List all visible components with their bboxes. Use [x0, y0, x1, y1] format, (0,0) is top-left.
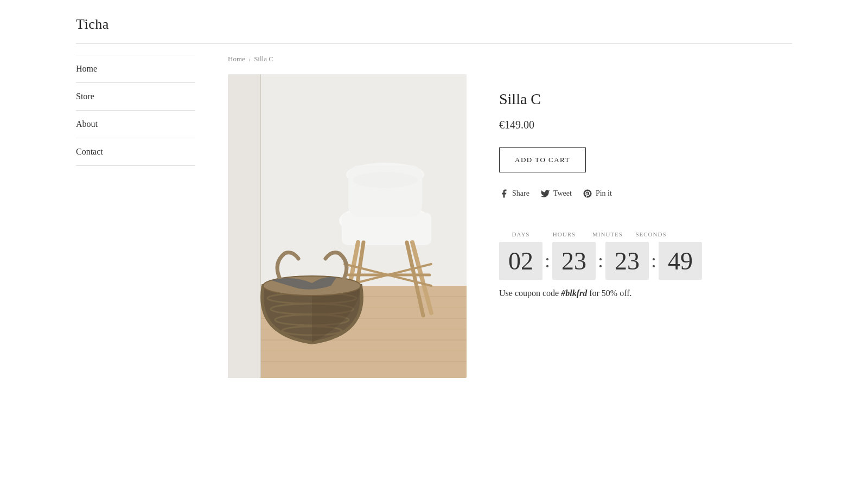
product-image-container [228, 74, 467, 378]
sidebar-item-home[interactable]: Home [76, 55, 195, 83]
colon-2: : [596, 251, 605, 271]
seconds-label: SECONDS [629, 231, 673, 237]
sidebar-item-store[interactable]: Store [76, 83, 195, 111]
svg-rect-13 [342, 213, 431, 245]
days-value: 02 [499, 242, 542, 280]
coupon-code: #blkfrd [561, 288, 587, 298]
product-price: €149.00 [499, 119, 792, 131]
main-content: Home › Silla C [228, 55, 792, 378]
coupon-suffix: for 50% off. [587, 288, 631, 298]
facebook-share[interactable]: Share [499, 189, 529, 198]
svg-point-16 [353, 172, 418, 188]
breadcrumb-home[interactable]: Home [228, 55, 245, 63]
site-header: Ticha [76, 0, 792, 43]
product-area: Silla C €149.00 ADD TO CART Share [228, 74, 792, 378]
minutes-value: 23 [605, 242, 649, 280]
twitter-share[interactable]: Tweet [540, 189, 572, 198]
breadcrumb-current: Silla C [254, 55, 273, 63]
pinterest-share-label: Pin it [596, 189, 612, 198]
social-share: Share Tweet Pin it [499, 189, 792, 198]
breadcrumb: Home › Silla C [228, 55, 792, 63]
breadcrumb-separator: › [248, 55, 251, 63]
product-details: Silla C €149.00 ADD TO CART Share [499, 74, 792, 378]
coupon-prefix: Use coupon code [499, 288, 561, 298]
svg-rect-1 [228, 74, 467, 286]
add-to-cart-button[interactable]: ADD TO CART [499, 147, 586, 172]
site-title: Ticha [76, 16, 792, 33]
days-label: DAYS [499, 231, 542, 237]
countdown-display: 02 : 23 : 23 : 49 [499, 242, 792, 280]
countdown-labels: DAYS HOURS MINUTES SECONDS [499, 231, 792, 237]
product-name: Silla C [499, 91, 792, 108]
facebook-icon [499, 189, 509, 198]
svg-rect-10 [228, 74, 260, 378]
colon-1: : [542, 251, 552, 271]
twitter-share-label: Tweet [553, 189, 572, 198]
twitter-icon [540, 189, 550, 198]
seconds-value: 49 [659, 242, 702, 280]
sidebar-nav: Home Store About Contact [76, 55, 195, 378]
facebook-share-label: Share [512, 189, 529, 198]
sidebar-item-contact[interactable]: Contact [76, 138, 195, 166]
minutes-label: MINUTES [586, 231, 629, 237]
pinterest-icon [583, 189, 592, 198]
countdown-section: DAYS HOURS MINUTES SECONDS 02 : 23 : 23 … [499, 231, 792, 298]
hours-label: HOURS [542, 231, 586, 237]
colon-3: : [649, 251, 659, 271]
pinterest-share[interactable]: Pin it [583, 189, 612, 198]
sidebar-item-about[interactable]: About [76, 111, 195, 138]
hours-value: 23 [552, 242, 596, 280]
coupon-text: Use coupon code #blkfrd for 50% off. [499, 288, 792, 298]
product-image [228, 74, 467, 378]
